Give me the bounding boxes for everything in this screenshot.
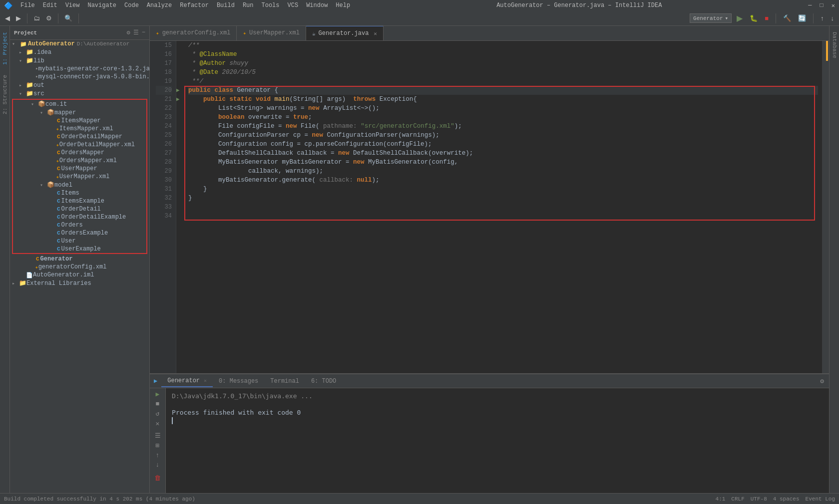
tree-item-orderdetail[interactable]: C OrderDetail	[13, 205, 146, 213]
settings-btn[interactable]: ⚙	[44, 13, 54, 23]
tree-item-orders[interactable]: C Orders	[13, 221, 146, 229]
tree-item-itemsexample[interactable]: C ItemsExample	[13, 197, 146, 205]
tab-run[interactable]: Generator ✕	[161, 375, 213, 387]
run-button[interactable]: ▶	[735, 12, 745, 24]
tree-item-orderdetailexample[interactable]: C OrderDetailExample	[13, 213, 146, 221]
build-button[interactable]: 🔨	[781, 13, 793, 23]
tree-item-ordersmapper-xml[interactable]: ✦ OrdersMapper.xml	[13, 157, 146, 165]
tab-terminal[interactable]: Terminal	[264, 376, 305, 387]
console-layout-icon[interactable]: ⊞	[156, 442, 160, 450]
tree-item-out[interactable]: ▸ 📁 out	[10, 81, 149, 89]
tree-item-items[interactable]: C Items	[13, 189, 146, 197]
tree-settings-icon[interactable]: ⚙	[127, 29, 130, 36]
tab-close-generator[interactable]: ✕	[374, 30, 377, 37]
update-button[interactable]: ↓	[829, 13, 837, 23]
kw-new-22: new	[308, 104, 323, 113]
tree-item-generatorconfig-xml[interactable]: ✦ generatorConfig.xml	[10, 263, 149, 271]
code-content[interactable]: /** * @ClassName * @Author shuyy * @Date…	[184, 41, 822, 373]
console-filter-icon[interactable]: ☰	[155, 432, 161, 440]
arrow-20[interactable]: ▶	[176, 86, 184, 95]
console-stop-icon[interactable]: ■	[156, 400, 160, 408]
sync-button[interactable]: 🔄	[796, 13, 808, 23]
tab-generator[interactable]: ☕ Generator.java ✕	[306, 26, 384, 40]
code-line-18: * @Date 2020/10/5	[188, 68, 818, 77]
database-tab[interactable]: Database	[831, 30, 839, 60]
run-config-selector[interactable]: Generator ▾	[690, 13, 732, 23]
tree-item-user[interactable]: C User	[13, 237, 146, 245]
tree-item-comit[interactable]: ▾ 📦 com.it	[13, 100, 146, 108]
menu-refactor[interactable]: Refactor	[180, 2, 209, 9]
tree-item-src[interactable]: ▾ 📁 src	[10, 89, 149, 98]
tab-run-close[interactable]: ✕	[204, 378, 207, 384]
tab-usermapper[interactable]: ✦ UserMapper.xml	[237, 26, 306, 40]
structure-tab[interactable]: 2: Structure	[1, 73, 9, 116]
tree-item-itemsmapper[interactable]: C ItemsMapper	[13, 117, 146, 125]
tree-item-orderdetailmapper[interactable]: C OrderDetailMapper	[13, 133, 146, 141]
close-button[interactable]: ✕	[832, 2, 835, 9]
menu-vcs[interactable]: VCS	[288, 2, 299, 9]
tree-item-userexample[interactable]: C UserExample	[13, 245, 146, 253]
commit-button[interactable]: ↑	[819, 13, 826, 23]
stop-button[interactable]: ■	[763, 13, 771, 23]
console-close-icon[interactable]: ✕	[156, 420, 160, 428]
project-structure-btn[interactable]: 🗂	[31, 13, 42, 23]
debug-button[interactable]: 🐛	[748, 13, 760, 23]
status-cursor[interactable]: 4:1	[716, 496, 726, 502]
project-tab[interactable]: 1: Project	[1, 30, 9, 67]
status-line-ending[interactable]: CRLF	[731, 496, 744, 502]
tree-collapse-icon[interactable]: −	[142, 29, 145, 36]
menu-view[interactable]: View	[65, 2, 80, 9]
search-everywhere-btn[interactable]: 🔍	[62, 13, 74, 23]
tree-item-mysql-jar[interactable]: ▪ mysql-connector-java-5.0.8-bin.jar	[10, 73, 149, 81]
console-delete-icon[interactable]: 🗑	[154, 475, 161, 482]
tree-item-idea[interactable]: ▸ 📁 .idea	[10, 48, 149, 56]
panel-settings-icon[interactable]: ⚙	[819, 376, 825, 386]
tab-messages[interactable]: 0: Messages	[213, 376, 264, 387]
maximize-button[interactable]: □	[820, 2, 824, 9]
indent-27	[188, 149, 218, 158]
cmt-19: **/	[188, 77, 203, 86]
tree-item-usermapper[interactable]: C UserMapper	[13, 165, 146, 173]
console-run-icon[interactable]: ▶	[156, 390, 160, 398]
status-event-log[interactable]: Event Log	[806, 496, 835, 502]
menu-code[interactable]: Code	[124, 2, 139, 9]
tree-item-lib[interactable]: ▾ 📁 lib	[10, 56, 149, 65]
menu-tools[interactable]: Tools	[262, 2, 280, 9]
tree-item-generator-class[interactable]: C Generator	[10, 255, 149, 263]
minimize-button[interactable]: ─	[808, 2, 812, 9]
menu-analyze[interactable]: Analyze	[147, 2, 172, 9]
console-down-icon[interactable]: ↓	[156, 461, 160, 469]
tree-item-root[interactable]: ▾ 📁 AutoGenerator D:\AutoGenerator	[10, 40, 149, 48]
tree-item-external-libraries[interactable]: ▸ 📁 External Libraries	[10, 279, 149, 287]
menu-navigate[interactable]: Navigate	[87, 2, 116, 9]
menu-window[interactable]: Window	[306, 2, 328, 9]
forward-btn[interactable]: ▶	[14, 13, 23, 23]
status-indent[interactable]: 4 spaces	[773, 496, 800, 502]
arrow-21[interactable]: ▶	[176, 95, 184, 104]
menu-edit[interactable]: Edit	[43, 2, 57, 9]
tree-item-mapper[interactable]: ▾ 📦 mapper	[13, 108, 146, 117]
tree-item-mybatis-jar[interactable]: ▪ mybatis-generator-core-1.3.2.jar	[10, 65, 149, 73]
tree-item-orderdetailmapper-xml[interactable]: ✦ OrderDetailMapper.xml	[13, 141, 146, 149]
tab-todo[interactable]: 6: TODO	[305, 376, 342, 387]
tree-item-autogenerator-iml[interactable]: 📄 AutoGenerator.iml	[10, 271, 149, 279]
tree-item-ordersmapper[interactable]: C OrdersMapper	[13, 149, 146, 157]
tree-item-model[interactable]: ▾ 📦 model	[13, 181, 146, 189]
args-29: callback, warnings);	[248, 167, 323, 176]
tree-layout-icon[interactable]: ☰	[133, 29, 139, 36]
menu-file[interactable]: File	[20, 2, 35, 9]
code-line-25: ConfigurationParser cp = new Configurati…	[188, 131, 818, 140]
console-up-icon[interactable]: ↑	[156, 452, 160, 459]
back-btn[interactable]: ◀	[3, 13, 12, 23]
folder-icon-out: 📁	[26, 81, 33, 89]
status-encoding[interactable]: UTF-8	[751, 496, 767, 502]
tree-item-usermapper-xml[interactable]: ✦ UserMapper.xml	[13, 173, 146, 181]
console-rerun-icon[interactable]: ↺	[156, 410, 160, 418]
tab-generatorconfig[interactable]: ✦ generatorConfig.xml	[150, 26, 237, 40]
tree-item-ordersexample[interactable]: C OrdersExample	[13, 229, 146, 237]
right-scrollbar[interactable]	[822, 41, 829, 373]
menu-build[interactable]: Build	[217, 2, 235, 9]
menu-help[interactable]: Help	[336, 2, 350, 9]
tree-item-itemsmapper-xml[interactable]: ✦ ItemsMapper.xml	[13, 125, 146, 133]
menu-run[interactable]: Run	[243, 2, 254, 9]
